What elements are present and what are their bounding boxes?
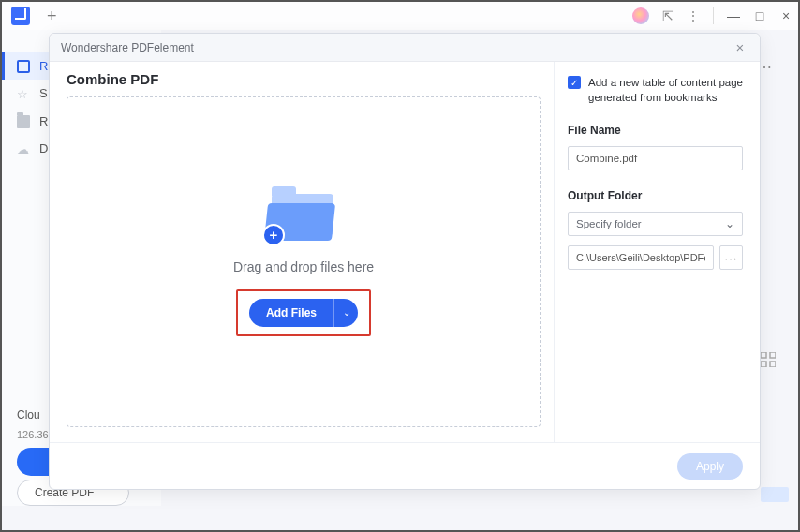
output-path-input[interactable] [568, 245, 714, 270]
plus-badge-icon: + [262, 224, 285, 246]
profile-avatar-icon[interactable] [632, 7, 649, 24]
star-icon: ☆ [17, 87, 30, 100]
folder-illustration-icon: + [266, 188, 341, 244]
cloud-storage-label: Clou 126.36 [17, 408, 49, 440]
checkbox-checked-icon[interactable]: ✓ [568, 76, 581, 89]
decorative-stripe [761, 487, 789, 502]
svg-rect-1 [770, 352, 776, 358]
dialog-right-pane: ✓ Add a new table of content page genera… [554, 62, 760, 442]
folder-icon [17, 115, 30, 128]
svg-rect-0 [761, 352, 766, 358]
dialog-footer: Apply [50, 442, 760, 489]
cloud-storage-size: 126.36 [17, 429, 49, 440]
divider [713, 7, 714, 24]
dialog-header: Wondershare PDFelement × [50, 34, 760, 62]
close-window-button[interactable]: × [779, 8, 793, 23]
combine-pdf-dialog: Wondershare PDFelement × Combine PDF + D… [49, 33, 761, 490]
app-titlebar: + ⇱ ⋮ — □ × [2, 2, 798, 30]
file-dropzone[interactable]: + Drag and drop files here Add Files ⌄ [67, 96, 541, 427]
svg-rect-2 [761, 362, 766, 367]
document-icon [17, 60, 30, 73]
apply-button[interactable]: Apply [677, 453, 743, 480]
sidebar-item-label: R [39, 59, 48, 73]
dropzone-text: Drag and drop files here [233, 259, 374, 274]
cloud-icon: ☁ [17, 142, 30, 155]
browse-folder-button[interactable]: ··· [719, 245, 743, 270]
add-files-button[interactable]: Add Files ⌄ [249, 299, 358, 327]
kebab-menu-icon[interactable]: ⋮ [687, 8, 700, 23]
add-files-dropdown-caret[interactable]: ⌄ [333, 299, 358, 327]
select-value: Specify folder [576, 218, 642, 229]
dialog-left-pane: Combine PDF + Drag and drop files here A… [50, 62, 554, 442]
grid-view-icon[interactable] [761, 352, 776, 367]
minimize-button[interactable]: — [727, 8, 740, 23]
file-name-input[interactable] [568, 146, 743, 170]
share-icon[interactable]: ⇱ [662, 8, 674, 23]
chevron-down-icon: ⌄ [725, 217, 734, 230]
sidebar-item-label: R [39, 114, 48, 128]
toc-checkbox-row[interactable]: ✓ Add a new table of content page genera… [568, 75, 743, 105]
sidebar-item-label: D [39, 141, 48, 155]
app-logo-icon [11, 7, 30, 25]
checkbox-label: Add a new table of content page generate… [588, 75, 743, 105]
maximize-button[interactable]: □ [753, 8, 766, 23]
output-folder-label: Output Folder [568, 189, 743, 202]
add-files-label: Add Files [249, 299, 333, 327]
dialog-title: Wondershare PDFelement [61, 41, 194, 54]
dialog-heading: Combine PDF [67, 71, 541, 87]
sidebar-item-label: S [39, 86, 48, 100]
dialog-close-button[interactable]: × [732, 39, 748, 56]
new-tab-button[interactable]: + [47, 7, 57, 26]
file-name-label: File Name [568, 124, 743, 137]
highlight-box: Add Files ⌄ [236, 289, 371, 336]
svg-rect-3 [770, 362, 776, 367]
output-folder-select[interactable]: Specify folder ⌄ [568, 212, 743, 236]
